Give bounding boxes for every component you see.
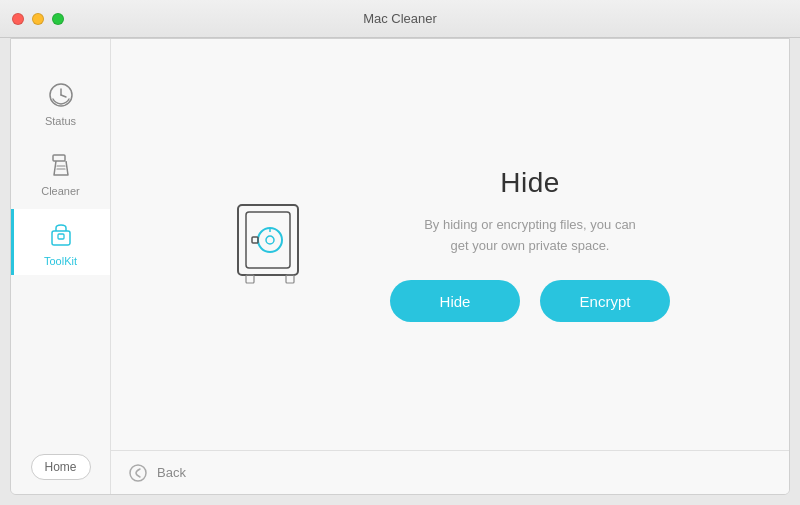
panel-description: By hiding or encrypting files, you can g… [420,215,640,257]
svg-rect-3 [58,234,64,239]
svg-rect-11 [286,275,294,283]
sidebar-item-status[interactable]: Status [11,69,110,135]
hide-button[interactable]: Hide [390,280,520,322]
svg-rect-1 [53,155,65,161]
hide-panel: Hide By hiding or encrypting files, you … [131,167,769,323]
panel-title: Hide [500,167,560,199]
back-bar: Back [111,450,789,494]
svg-point-12 [130,465,146,481]
sidebar: Status Cleaner [11,39,111,494]
home-button-container: Home [31,454,91,480]
sidebar-item-cleaner[interactable]: Cleaner [11,139,110,205]
minimize-button[interactable] [32,13,44,25]
sidebar-item-toolkit[interactable]: ToolKit [11,209,110,275]
svg-point-7 [266,236,274,244]
action-buttons: Hide Encrypt [390,280,670,322]
sidebar-item-status-label: Status [45,115,76,127]
sidebar-item-toolkit-label: ToolKit [44,255,77,267]
window-controls [12,13,64,25]
status-icon [45,79,77,111]
back-label[interactable]: Back [157,465,186,480]
home-button[interactable]: Home [31,454,91,480]
cleaner-icon [45,149,77,181]
content-area: Hide By hiding or encrypting files, you … [111,39,789,494]
titlebar: Mac Cleaner [0,0,800,38]
toolkit-icon [45,219,77,251]
back-icon [127,462,149,484]
maximize-button[interactable] [52,13,64,25]
info-section: Hide By hiding or encrypting files, you … [390,167,670,323]
content-inner: Hide By hiding or encrypting files, you … [111,39,789,450]
window-title: Mac Cleaner [363,11,437,26]
sidebar-item-cleaner-label: Cleaner [41,185,80,197]
svg-rect-2 [52,231,70,245]
safe-illustration [230,200,310,290]
close-button[interactable] [12,13,24,25]
svg-rect-4 [238,205,298,275]
svg-rect-10 [246,275,254,283]
main-container: Status Cleaner [10,38,790,495]
encrypt-button[interactable]: Encrypt [540,280,670,322]
